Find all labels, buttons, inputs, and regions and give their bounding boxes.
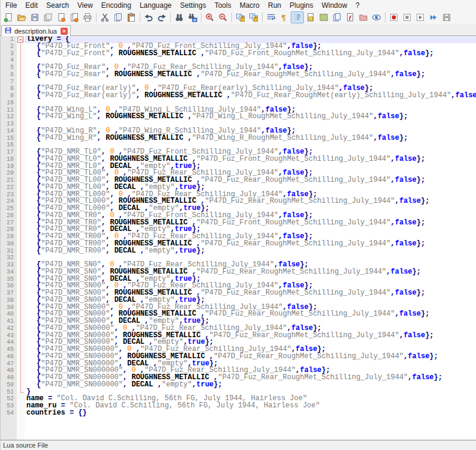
redo-icon[interactable] bbox=[155, 11, 168, 23]
menu-tools[interactable]: Tools bbox=[210, 1, 236, 10]
line-number[interactable]: 37 bbox=[1, 290, 17, 297]
line-number[interactable]: 28 bbox=[1, 226, 17, 233]
menu-run[interactable]: Run bbox=[264, 1, 285, 10]
menu-language[interactable]: Language bbox=[135, 1, 176, 10]
line-number[interactable]: 46 bbox=[1, 353, 17, 361]
line-number[interactable]: 5 bbox=[1, 64, 17, 71]
macro-run-multiple-icon[interactable] bbox=[427, 11, 440, 23]
line-number[interactable]: 38 bbox=[1, 297, 17, 304]
menu-search[interactable]: Search bbox=[42, 1, 73, 10]
sync-vertical-scrolling-icon[interactable] bbox=[234, 11, 247, 23]
line-number[interactable]: 49 bbox=[1, 374, 17, 382]
line-number[interactable]: 2 bbox=[1, 43, 17, 50]
line-number[interactable]: 33 bbox=[1, 262, 17, 269]
line-number[interactable]: 31 bbox=[1, 248, 17, 255]
line-number[interactable]: 48 bbox=[1, 367, 17, 374]
save-all-icon[interactable] bbox=[41, 11, 55, 23]
menu-settings[interactable]: Settings bbox=[176, 1, 210, 10]
word-wrap-icon[interactable] bbox=[264, 11, 278, 23]
line-number[interactable]: 13 bbox=[1, 121, 17, 128]
monitoring-icon[interactable] bbox=[370, 11, 383, 23]
open-file-icon[interactable] bbox=[15, 11, 28, 23]
undo-icon[interactable] bbox=[142, 11, 155, 23]
line-number[interactable]: 27 bbox=[1, 220, 17, 227]
find-icon[interactable] bbox=[173, 11, 186, 23]
close-file-icon[interactable] bbox=[55, 11, 68, 23]
line-number[interactable]: 24 bbox=[1, 198, 17, 205]
doc-switcher-icon[interactable] bbox=[330, 11, 344, 23]
sync-horizontal-scrolling-icon[interactable] bbox=[247, 11, 260, 23]
tab-description-lua[interactable]: description.lua × bbox=[1, 25, 71, 36]
line-number[interactable]: 40 bbox=[1, 311, 17, 318]
function-list-icon[interactable]: f bbox=[344, 11, 357, 23]
line-number[interactable]: 15 bbox=[1, 135, 17, 142]
line-number[interactable]: 43 bbox=[1, 332, 17, 340]
line-number[interactable]: 47 bbox=[1, 361, 17, 368]
save-file-icon[interactable] bbox=[28, 11, 41, 23]
document-map-icon[interactable] bbox=[317, 11, 330, 23]
line-number[interactable]: 9 bbox=[1, 92, 17, 100]
line-number[interactable]: 19 bbox=[1, 163, 17, 170]
paste-icon[interactable] bbox=[125, 11, 138, 23]
line-number[interactable]: 6 bbox=[1, 71, 17, 79]
line-number[interactable]: 42 bbox=[1, 325, 17, 332]
line-number[interactable]: 3 bbox=[1, 50, 17, 58]
line-number[interactable]: 29 bbox=[1, 233, 17, 241]
zoom-out-icon[interactable] bbox=[216, 11, 230, 23]
menu-file[interactable]: File bbox=[1, 1, 21, 10]
line-number[interactable]: 34 bbox=[1, 269, 17, 276]
line-number[interactable]: 18 bbox=[1, 156, 17, 163]
line-number[interactable]: 51 bbox=[1, 389, 17, 396]
menu-macro[interactable]: Macro bbox=[236, 1, 264, 10]
macro-stop-icon[interactable] bbox=[400, 11, 414, 23]
line-number[interactable]: 30 bbox=[1, 241, 17, 248]
line-number[interactable]: 35 bbox=[1, 276, 17, 283]
menu-edit[interactable]: Edit bbox=[21, 1, 42, 10]
tab-close-icon[interactable]: × bbox=[61, 28, 68, 35]
menu-plugins[interactable]: Plugins bbox=[285, 1, 317, 10]
show-all-characters-icon[interactable]: ¶ bbox=[278, 11, 291, 23]
print-icon[interactable] bbox=[81, 11, 94, 23]
fold-collapse-marker[interactable] bbox=[17, 36, 25, 43]
macro-record-icon[interactable] bbox=[387, 11, 400, 23]
zoom-in-icon[interactable] bbox=[203, 11, 216, 23]
user-defined-language-icon[interactable] bbox=[304, 11, 317, 23]
line-number[interactable]: 4 bbox=[1, 57, 17, 64]
line-number[interactable]: 26 bbox=[1, 212, 17, 220]
line-number[interactable]: 11 bbox=[1, 107, 17, 114]
line-number[interactable]: 41 bbox=[1, 318, 17, 325]
line-number[interactable]: 45 bbox=[1, 346, 17, 353]
line-number[interactable]: 1 bbox=[1, 36, 17, 43]
line-number[interactable]: 22 bbox=[1, 184, 17, 191]
line-number[interactable]: 14 bbox=[1, 128, 17, 135]
close-all-icon[interactable] bbox=[68, 11, 81, 23]
line-number[interactable]: 44 bbox=[1, 339, 17, 346]
line-number[interactable]: 10 bbox=[1, 100, 17, 107]
menu-encoding[interactable]: Encoding bbox=[97, 1, 135, 10]
line-number[interactable]: 39 bbox=[1, 304, 17, 311]
line-number[interactable]: 52 bbox=[1, 395, 17, 403]
menu-view[interactable]: View bbox=[73, 1, 97, 10]
line-number[interactable]: 20 bbox=[1, 170, 17, 177]
line-number[interactable]: 25 bbox=[1, 205, 17, 212]
line-number[interactable]: 53 bbox=[1, 403, 17, 410]
macro-save-icon[interactable] bbox=[440, 11, 453, 23]
menu-window[interactable]: Window bbox=[317, 1, 351, 10]
replace-icon[interactable]: ab bbox=[186, 11, 199, 23]
copy-icon[interactable] bbox=[112, 11, 125, 23]
line-number[interactable]: 32 bbox=[1, 254, 17, 262]
line-number[interactable]: 54 bbox=[1, 410, 17, 417]
line-number[interactable]: 36 bbox=[1, 283, 17, 290]
menu-help[interactable]: ? bbox=[351, 1, 364, 10]
line-number[interactable]: 23 bbox=[1, 191, 17, 199]
line-number[interactable]: 50 bbox=[1, 382, 17, 389]
line-number[interactable]: 21 bbox=[1, 177, 17, 184]
line-number[interactable]: 8 bbox=[1, 85, 17, 92]
line-number[interactable]: 16 bbox=[1, 142, 17, 149]
folder-as-workspace-icon[interactable] bbox=[357, 11, 370, 23]
line-number[interactable]: 12 bbox=[1, 113, 17, 121]
code-editor[interactable]: 1livery = {2{"P47D_Fuz_Front", 0 ,"P47D_… bbox=[1, 36, 476, 440]
new-file-icon[interactable] bbox=[2, 11, 15, 23]
cut-icon[interactable] bbox=[98, 11, 112, 23]
line-number[interactable]: 17 bbox=[1, 149, 17, 156]
